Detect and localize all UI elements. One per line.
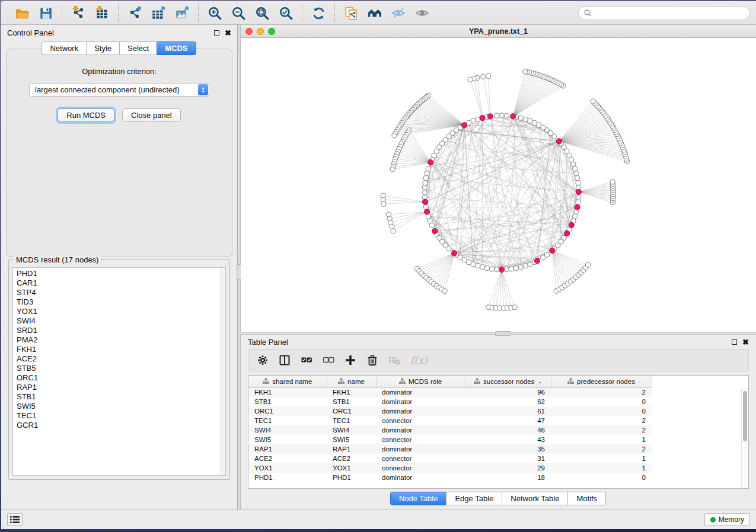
cell-mcds_role: connector — [376, 416, 465, 425]
tab-mcds[interactable]: MCDS — [157, 41, 196, 55]
tab-node-table[interactable]: Node Table — [390, 492, 447, 505]
mcds-result-item[interactable]: GCR1 — [17, 421, 225, 430]
splitter-grip[interactable] — [495, 331, 511, 336]
duplicate-network-icon[interactable] — [341, 4, 361, 22]
mcds-result-item[interactable]: SRD1 — [17, 326, 225, 335]
open-file-icon[interactable] — [12, 4, 32, 22]
cell-name: FKH1 — [327, 387, 376, 397]
float-panel-icon[interactable] — [214, 30, 219, 36]
column-type-icon — [474, 378, 480, 384]
mcds-result-list[interactable]: PHD1CAR1STP4TID3YOX1SWI4SRD1PMA2FKH1ACE2… — [12, 267, 226, 476]
mcds-result-item[interactable]: RAP1 — [17, 383, 225, 392]
mcds-node — [550, 248, 555, 254]
column-header-shared-name[interactable]: shared name — [248, 376, 327, 387]
network-titlebar[interactable]: YPA_prune.txt_1 — [241, 25, 756, 38]
vertical-splitter[interactable] — [237, 25, 240, 509]
close-panel-button[interactable]: Close panel — [122, 108, 181, 122]
task-history-button[interactable] — [7, 513, 23, 526]
table-row[interactable]: TEC1TEC1connector472 — [248, 416, 652, 425]
table-row[interactable]: STB1STB1dominator620 — [248, 397, 652, 406]
zoom-fit-icon[interactable] — [252, 4, 272, 22]
export-image-icon[interactable] — [172, 4, 192, 22]
tab-network[interactable]: Network — [42, 41, 87, 55]
cell-shared_name: PHD1 — [248, 473, 327, 482]
cell-shared_name: STB1 — [248, 397, 327, 406]
criterion-select[interactable]: largest connected component (undirected)… — [29, 83, 209, 97]
table-row[interactable]: RAP1RAP1dominator352 — [248, 444, 652, 454]
mcds-result-item[interactable]: STB1 — [17, 392, 225, 402]
horizontal-splitter[interactable] — [240, 332, 756, 335]
mcds-result-item[interactable]: FKH1 — [17, 345, 225, 354]
gear-icon[interactable] — [257, 354, 269, 366]
table-toolbar: f(x) — [248, 349, 749, 371]
mcds-result-item[interactable]: SWI4 — [17, 316, 225, 326]
scrollbar-thumb[interactable] — [743, 391, 747, 441]
column-header-name[interactable]: name — [327, 376, 376, 387]
table-row[interactable]: SWI5SWI5connector431 — [248, 435, 652, 444]
refresh-icon[interactable] — [308, 4, 328, 22]
mcds-result-item[interactable]: SWI5 — [17, 402, 225, 411]
toolbar-separator — [334, 4, 335, 22]
column-type-icon — [399, 378, 406, 384]
export-network-icon[interactable] — [125, 4, 145, 22]
node-table[interactable]: shared namenameMCDS rolesuccessor nodes⌄… — [248, 375, 749, 489]
mcds-result-item[interactable]: STP4 — [17, 288, 225, 297]
tab-style[interactable]: Style — [86, 41, 120, 55]
mcds-result-item[interactable]: TID3 — [17, 297, 225, 307]
mcds-result-item[interactable]: STB5 — [17, 364, 225, 373]
network-canvas[interactable] — [241, 38, 756, 332]
mcds-result-item[interactable]: TEC1 — [17, 411, 225, 421]
zoom-in-icon[interactable] — [205, 4, 225, 22]
close-panel-icon[interactable]: ✖ — [742, 339, 749, 345]
mcds-result-item[interactable]: CAR1 — [17, 278, 225, 288]
columns-icon[interactable] — [279, 354, 291, 366]
show-all-icon[interactable] — [412, 4, 432, 22]
result-scrollbar[interactable] — [220, 268, 225, 475]
float-panel-icon[interactable] — [732, 339, 737, 345]
mcds-result-item[interactable]: PMA2 — [17, 335, 225, 345]
column-header-predecessor-nodes[interactable]: predecessor nodes — [551, 376, 652, 387]
search-box[interactable] — [578, 6, 750, 20]
tab-network-table[interactable]: Network Table — [502, 492, 568, 505]
tab-motifs[interactable]: Motifs — [567, 492, 606, 505]
hide-selected-icon[interactable] — [388, 4, 409, 22]
zoom-selected-icon[interactable] — [276, 4, 296, 22]
run-mcds-button[interactable]: Run MCDS — [58, 108, 114, 122]
search-input[interactable] — [595, 9, 745, 17]
column-header-successor-nodes[interactable]: successor nodes⌄ — [465, 376, 551, 387]
table-row[interactable]: ACE2ACE2connector311 — [248, 454, 652, 463]
add-icon[interactable] — [344, 354, 356, 366]
tab-select[interactable]: Select — [119, 41, 157, 55]
select-all-icon[interactable] — [301, 354, 312, 366]
table-scrollbar[interactable] — [741, 388, 748, 488]
export-table-icon[interactable] — [148, 4, 168, 22]
mcds-result-item[interactable]: ORC1 — [17, 373, 225, 383]
table-row[interactable]: FKH1FKH1dominator962 — [248, 387, 652, 397]
mcds-result-item[interactable]: PHD1 — [17, 269, 225, 278]
cytoscape-window: Control Panel ✖ NetworkStyleSelectMCDS O… — [1, 1, 756, 529]
cell-successor_nodes: 47 — [465, 416, 551, 425]
table-row[interactable]: ORC1ORC1dominator610 — [248, 406, 652, 416]
mcds-result-item[interactable]: ACE2 — [17, 354, 225, 364]
deselect-all-icon[interactable] — [323, 354, 334, 366]
mcds-result-item[interactable]: YOX1 — [17, 307, 225, 316]
table-row[interactable]: YOX1YOX1connector291 — [248, 463, 652, 473]
tab-edge-table[interactable]: Edge Table — [446, 492, 502, 505]
toolbar-separator — [302, 4, 302, 22]
cell-predecessor_nodes: 1 — [551, 463, 652, 473]
close-panel-icon[interactable]: ✖ — [225, 30, 231, 36]
save-session-icon[interactable] — [36, 4, 56, 22]
memory-button[interactable]: Memory — [704, 513, 750, 526]
column-type-icon — [263, 378, 269, 384]
delete-icon[interactable] — [366, 354, 378, 366]
cell-mcds_role: dominator — [376, 397, 465, 406]
import-table-icon[interactable] — [92, 4, 112, 22]
zoom-out-icon[interactable] — [228, 4, 248, 22]
mcds-node — [422, 199, 428, 204]
import-network-icon[interactable] — [68, 4, 88, 22]
mcds-node — [432, 228, 438, 233]
column-header-MCDS-role[interactable]: MCDS role — [376, 376, 465, 387]
table-row[interactable]: PHD1PHD1dominator180 — [248, 473, 652, 482]
table-row[interactable]: SWI4SWI4dominator462 — [248, 425, 652, 435]
first-neighbors-icon[interactable] — [365, 4, 385, 22]
